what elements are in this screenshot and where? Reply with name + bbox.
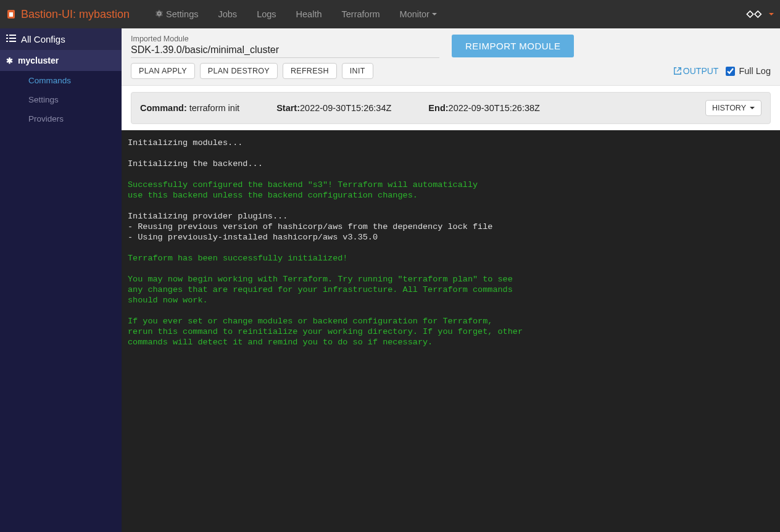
- nav-settings-label: Settings: [166, 9, 198, 19]
- full-log-checkbox[interactable]: [726, 67, 735, 76]
- command-segment: Command: terraform init: [140, 103, 239, 113]
- terminal-line: Successfully configured the backend "s3"…: [128, 180, 478, 189]
- chevron-down-icon: [432, 13, 437, 15]
- nav-monitor[interactable]: Monitor: [390, 0, 447, 28]
- terminal-line: rerun this command to reinitialize your …: [128, 327, 523, 336]
- terminal-line: - Reusing previous version of hashicorp/…: [128, 222, 492, 231]
- full-log-toggle[interactable]: Full Log: [726, 66, 771, 76]
- chevron-down-icon: [769, 13, 774, 15]
- app-logo-menu[interactable]: [744, 7, 774, 22]
- terminal-line: Initializing modules...: [128, 138, 243, 148]
- terminal-line: commands will detect it and remind you t…: [128, 338, 433, 347]
- terminal-line: - Using previously-installed hashicorp/a…: [128, 233, 378, 242]
- terminal-line: use this backend unless the backend conf…: [128, 191, 418, 200]
- brand-link[interactable]: Bastion-UI: mybastion: [6, 8, 130, 21]
- module-path-input[interactable]: [131, 43, 439, 58]
- terminal-output: Initializing modules... Initializing the…: [122, 130, 780, 532]
- svg-rect-11: [9, 41, 16, 42]
- terminal-line: Initializing the backend...: [128, 159, 263, 168]
- sidebar-item-settings[interactable]: Settings: [0, 90, 122, 109]
- sidebar: All Configs ✱ mycluster Commands Setting…: [0, 28, 122, 532]
- terminal-line: any changes that are required for your i…: [128, 285, 513, 294]
- list-icon: [6, 34, 16, 44]
- output-link[interactable]: OUTPUT: [673, 66, 719, 76]
- sidebar-all-configs[interactable]: All Configs: [0, 28, 122, 50]
- sidebar-item-providers[interactable]: Providers: [0, 109, 122, 128]
- svg-rect-8: [6, 38, 8, 39]
- sidebar-all-configs-label: All Configs: [21, 34, 65, 44]
- gear-icon: [155, 9, 164, 20]
- refresh-button[interactable]: REFRESH: [283, 63, 337, 79]
- end-segment: End:2022-09-30T15:26:38Z: [428, 103, 540, 113]
- terminal-line: should now work.: [128, 296, 208, 305]
- svg-rect-1: [9, 12, 13, 17]
- history-dropdown-button[interactable]: HISTORY: [705, 100, 761, 116]
- imported-module-label: Imported Module: [131, 35, 439, 43]
- terminal-line: Terraform has been successfully initiali…: [128, 254, 347, 263]
- terminal-line: You may now begin working with Terraform…: [128, 275, 513, 284]
- svg-rect-6: [6, 35, 8, 36]
- terminal-line: Initializing provider plugins...: [128, 212, 288, 221]
- svg-rect-7: [9, 35, 16, 36]
- plan-apply-button[interactable]: PLAN APPLY: [131, 63, 195, 79]
- svg-rect-10: [6, 41, 8, 42]
- plan-destroy-button[interactable]: PLAN DESTROY: [200, 63, 278, 79]
- init-button[interactable]: INIT: [342, 63, 373, 79]
- brand-text: Bastion-UI: mybastion: [21, 8, 130, 21]
- module-toolbar: Imported Module REIMPORT MODULE PLAN APP…: [122, 28, 780, 86]
- chevron-down-icon: [750, 107, 755, 109]
- main-panel: Imported Module REIMPORT MODULE PLAN APP…: [122, 28, 780, 532]
- nav-health[interactable]: Health: [286, 0, 332, 28]
- snowflake-icon: ✱: [6, 56, 13, 65]
- nav-logs[interactable]: Logs: [247, 0, 286, 28]
- top-navbar: Bastion-UI: mybastion Settings Jobs Logs…: [0, 0, 780, 28]
- sidebar-cluster-label: mycluster: [18, 56, 59, 65]
- external-link-icon: [673, 67, 682, 75]
- nav-settings[interactable]: Settings: [145, 0, 208, 28]
- shield-icon: [6, 9, 16, 19]
- sidebar-item-commands[interactable]: Commands: [0, 71, 122, 90]
- start-segment: Start:2022-09-30T15:26:34Z: [276, 103, 391, 113]
- command-info-bar: Command: terraform init Start:2022-09-30…: [131, 92, 771, 124]
- diamond-logo-icon: [744, 7, 768, 22]
- nav-terraform[interactable]: Terraform: [332, 0, 390, 28]
- reimport-module-button[interactable]: REIMPORT MODULE: [452, 35, 574, 57]
- terminal-line: If you ever set or change modules or bac…: [128, 317, 492, 326]
- sidebar-cluster[interactable]: ✱ mycluster: [0, 50, 122, 71]
- nav-jobs[interactable]: Jobs: [208, 0, 247, 28]
- svg-rect-9: [9, 38, 16, 39]
